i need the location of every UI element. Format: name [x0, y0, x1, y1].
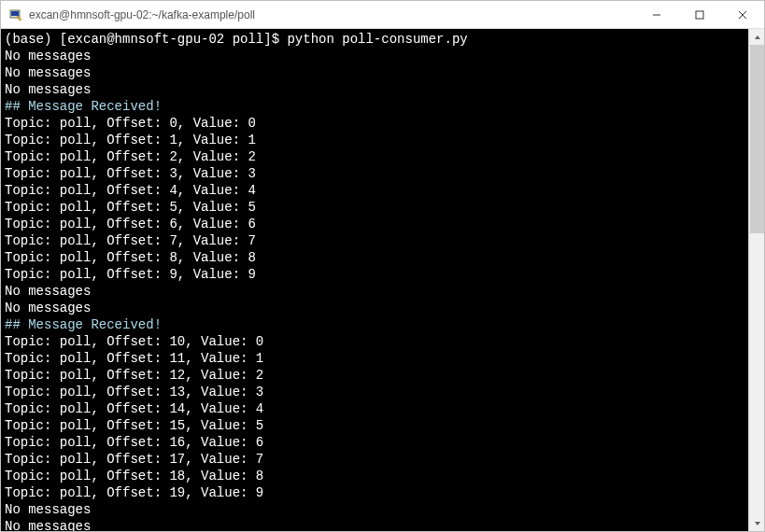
- terminal-line: Topic: poll, Offset: 17, Value: 7: [5, 451, 744, 468]
- scroll-down-arrow-icon[interactable]: [749, 515, 764, 531]
- terminal-line: Topic: poll, Offset: 15, Value: 5: [5, 417, 744, 434]
- scroll-up-arrow-icon[interactable]: [749, 29, 764, 45]
- svg-rect-1: [11, 11, 19, 16]
- close-button[interactable]: [721, 1, 764, 28]
- titlebar[interactable]: excan@hmnsoft-gpu-02:~/kafka-example/pol…: [1, 1, 764, 29]
- terminal-area: (base) [excan@hmnsoft-gpu-02 poll]$ pyth…: [1, 29, 764, 531]
- shell-command: python poll-consumer.py: [287, 32, 467, 47]
- terminal-line: Topic: poll, Offset: 0, Value: 0: [5, 115, 744, 132]
- terminal-line: Topic: poll, Offset: 10, Value: 0: [5, 333, 744, 350]
- terminal-line: Topic: poll, Offset: 2, Value: 2: [5, 148, 744, 165]
- terminal-line: Topic: poll, Offset: 3, Value: 3: [5, 165, 744, 182]
- app-window: excan@hmnsoft-gpu-02:~/kafka-example/pol…: [0, 0, 765, 532]
- terminal-line: Topic: poll, Offset: 18, Value: 8: [5, 468, 744, 484]
- terminal-line: Topic: poll, Offset: 6, Value: 6: [5, 216, 744, 232]
- shell-prompt: (base) [excan@hmnsoft-gpu-02 poll]$: [5, 32, 287, 47]
- terminal-line: ## Message Received!: [5, 316, 744, 333]
- maximize-button[interactable]: [678, 1, 721, 28]
- vertical-scrollbar[interactable]: [748, 29, 764, 531]
- terminal-line: Topic: poll, Offset: 11, Value: 1: [5, 350, 744, 367]
- terminal-line: No messages: [5, 48, 744, 64]
- scrollbar-track[interactable]: [749, 45, 764, 515]
- terminal-line: No messages: [5, 64, 744, 81]
- putty-icon: [8, 7, 23, 22]
- terminal-line: Topic: poll, Offset: 7, Value: 7: [5, 232, 744, 249]
- terminal-line: Topic: poll, Offset: 9, Value: 9: [5, 266, 744, 283]
- terminal-line: No messages: [5, 300, 744, 316]
- terminal-line: Topic: poll, Offset: 12, Value: 2: [5, 367, 744, 384]
- terminal-output[interactable]: (base) [excan@hmnsoft-gpu-02 poll]$ pyth…: [1, 29, 748, 531]
- prompt-line: (base) [excan@hmnsoft-gpu-02 poll]$ pyth…: [5, 31, 744, 48]
- terminal-line: Topic: poll, Offset: 4, Value: 4: [5, 182, 744, 199]
- terminal-line: ## Message Received!: [5, 98, 744, 115]
- terminal-line: Topic: poll, Offset: 14, Value: 4: [5, 400, 744, 417]
- svg-rect-3: [696, 11, 703, 19]
- scrollbar-thumb[interactable]: [750, 45, 764, 233]
- terminal-line: No messages: [5, 283, 744, 300]
- terminal-line: Topic: poll, Offset: 19, Value: 9: [5, 484, 744, 501]
- window-controls: [635, 1, 764, 28]
- terminal-line: No messages: [5, 81, 744, 98]
- window-title: excan@hmnsoft-gpu-02:~/kafka-example/pol…: [29, 8, 635, 21]
- terminal-line: Topic: poll, Offset: 13, Value: 3: [5, 384, 744, 400]
- terminal-line: Topic: poll, Offset: 1, Value: 1: [5, 132, 744, 148]
- terminal-line: No messages: [5, 501, 744, 518]
- minimize-button[interactable]: [635, 1, 678, 28]
- terminal-line: Topic: poll, Offset: 5, Value: 5: [5, 199, 744, 216]
- terminal-line: No messages: [5, 518, 744, 531]
- terminal-line: Topic: poll, Offset: 8, Value: 8: [5, 249, 744, 266]
- terminal-line: Topic: poll, Offset: 16, Value: 6: [5, 434, 744, 451]
